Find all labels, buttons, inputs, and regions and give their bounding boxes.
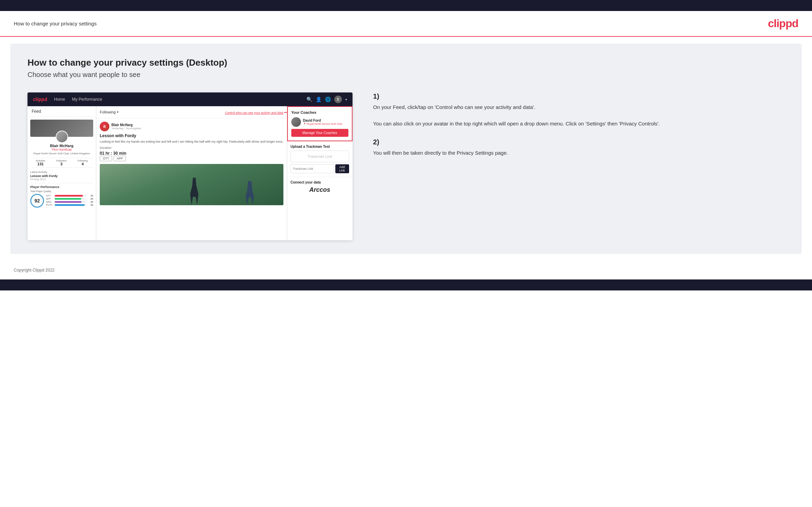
post-header: B Blair McHarg Yesterday · Sunningdale (100, 122, 283, 131)
stat-activities-label: Activities (36, 159, 45, 162)
instructions-panel: 1) On your Feed, click/tap on 'Control w… (366, 92, 784, 167)
feed-following-label[interactable]: Following (100, 110, 116, 114)
golfer-silhouette-1 (187, 178, 201, 205)
trackman-section: Upload a Trackman Test Trackman Link Add… (287, 141, 353, 177)
post-author-date: Yesterday · Sunningdale (111, 127, 141, 130)
instruction-1-text: On your Feed, click/tap on 'Control who … (373, 103, 778, 128)
pq-bar-fill (55, 195, 83, 197)
main-content: How to change your privacy settings (Des… (10, 44, 802, 254)
page-subheading: Choose what you want people to see (28, 71, 784, 79)
top-bar (0, 0, 812, 11)
privacy-link-wrapper: Control who can see your activity and da… (225, 109, 283, 115)
red-arrow-line (284, 112, 287, 113)
pq-bar-value: 90 (87, 195, 93, 197)
golfer-silhouette-2 (244, 181, 256, 205)
pq-bar-row: ARG86 (46, 201, 93, 203)
profile-club: Royal North Devon Golf Club, United King… (30, 152, 93, 155)
connect-data-title: Connect your data (291, 180, 349, 184)
app-screenshot-wrapper: clippd Home My Performance 🔍 👤 🌐 B ▾ (28, 92, 353, 240)
pq-bars: OTT90APP85ARG86PUTT96 (46, 195, 93, 207)
post-tags: OTT APP (100, 156, 283, 161)
search-icon[interactable]: 🔍 (306, 97, 312, 102)
stat-followers-value: 3 (56, 162, 67, 166)
pq-bar-row: APP85 (46, 198, 93, 200)
instruction-1-number: 1) (373, 92, 778, 100)
trackman-add-button[interactable]: Add Link (335, 164, 349, 173)
user-avatar-button[interactable]: B (334, 96, 342, 103)
page-title: How to change your privacy settings (14, 21, 97, 26)
profile-handicap: Plus Handicap (30, 148, 93, 151)
trackman-link-input[interactable] (291, 164, 334, 173)
coach-row: David Ford 📍 Royal North Devon Golf Club (291, 117, 348, 127)
pq-bar-track (55, 195, 86, 197)
manage-coaches-button[interactable]: Manage Your Coaches (291, 129, 348, 137)
pq-bar-row: OTT90 (46, 195, 93, 197)
feed-following: Following ▾ (100, 110, 119, 114)
privacy-control-link[interactable]: Control who can see your activity and da… (225, 111, 283, 114)
app-feed: Following ▾ Control who can see your act… (96, 106, 287, 240)
pq-bar-value: 96 (87, 204, 93, 206)
person-icon[interactable]: 👤 (316, 97, 322, 102)
feed-header: Following ▾ Control who can see your act… (96, 106, 287, 118)
nav-my-performance[interactable]: My Performance (72, 97, 102, 102)
profile-name: Blair McHarg (30, 144, 93, 148)
post-author-avatar: B (100, 122, 109, 131)
post-image (100, 164, 283, 205)
profile-cover (30, 120, 93, 137)
pq-bar-label: ARG (46, 201, 54, 203)
coach-club-name: Royal North Devon Golf Club (307, 122, 342, 125)
stat-followers: Followers 3 (56, 159, 67, 166)
pq-bar-track (55, 201, 86, 203)
nav-home[interactable]: Home (54, 97, 65, 102)
post-author-name: Blair McHarg (111, 123, 141, 127)
post-meta: Blair McHarg Yesterday · Sunningdale (111, 123, 141, 130)
instruction-1: 1) On your Feed, click/tap on 'Control w… (373, 92, 778, 128)
clippd-logo: clippd (768, 17, 798, 30)
coach-club: 📍 Royal North Devon Golf Club (303, 122, 342, 125)
coach-info: David Ford 📍 Royal North Devon Golf Club (303, 119, 342, 125)
app-body: Feed Blair McHarg Plus Handicap Royal No… (28, 106, 353, 240)
pq-bar-value: 86 (87, 201, 93, 203)
stat-following: Following 4 (77, 159, 88, 166)
pq-bar-track (55, 204, 86, 206)
post-tag-app: APP (113, 156, 126, 161)
player-performance-title: Player Performance (30, 185, 93, 189)
chevron-down-icon[interactable]: ▾ (345, 98, 347, 101)
chevron-down-icon: ▾ (117, 110, 119, 114)
coaches-section-title: Your Coaches (291, 110, 348, 114)
stat-followers-label: Followers (56, 159, 67, 162)
post-body: Looking to feel like my hands are exitin… (100, 140, 283, 144)
post-tag-ott: OTT (100, 156, 112, 161)
stat-following-value: 4 (77, 162, 88, 166)
copyright-text: Copyright Clippd 2022 (14, 268, 55, 273)
profile-avatar (56, 131, 68, 143)
app-screenshot: clippd Home My Performance 🔍 👤 🌐 B ▾ (28, 92, 353, 240)
connect-data-section: Connect your data Arccos (287, 177, 353, 197)
pq-bar-label: APP (46, 198, 54, 200)
app-right-panel: Your Coaches David Ford 📍 Royal North De… (287, 106, 353, 240)
pq-score: 92 (30, 194, 44, 208)
instruction-2: 2) You will then be taken directly to th… (373, 138, 778, 157)
coaches-section: Your Coaches David Ford 📍 Royal North De… (288, 107, 352, 141)
pq-bar-fill (55, 201, 82, 203)
profile-latest-label: Latest Activity (30, 170, 93, 174)
pq-bar-fill (55, 198, 81, 200)
app-navbar: clippd Home My Performance 🔍 👤 🌐 B ▾ (28, 92, 353, 106)
feed-tab[interactable]: Feed (28, 106, 96, 117)
pq-bar-fill (55, 204, 85, 206)
trackman-input-row: Add Link (291, 164, 349, 173)
instruction-2-number: 2) (373, 138, 778, 146)
pq-bar-track (55, 198, 86, 200)
profile-card: Blair McHarg Plus Handicap Royal North D… (28, 117, 96, 210)
profile-latest-activity: Lesson with Fordy (30, 174, 93, 178)
trackman-title: Upload a Trackman Test (291, 145, 349, 148)
header: How to change your privacy settings clip… (0, 11, 812, 37)
profile-avatar-inner (56, 131, 67, 142)
profile-stats: Activities 131 Followers 3 Following 4 (30, 158, 93, 168)
pq-bar-value: 85 (87, 198, 93, 200)
total-pq-label: Total Player Quality (30, 190, 93, 192)
content-row: clippd Home My Performance 🔍 👤 🌐 B ▾ (28, 92, 784, 240)
app-nav-icons: 🔍 👤 🌐 B ▾ (306, 96, 347, 103)
globe-icon[interactable]: 🌐 (325, 97, 331, 102)
location-icon: 📍 (303, 123, 306, 125)
